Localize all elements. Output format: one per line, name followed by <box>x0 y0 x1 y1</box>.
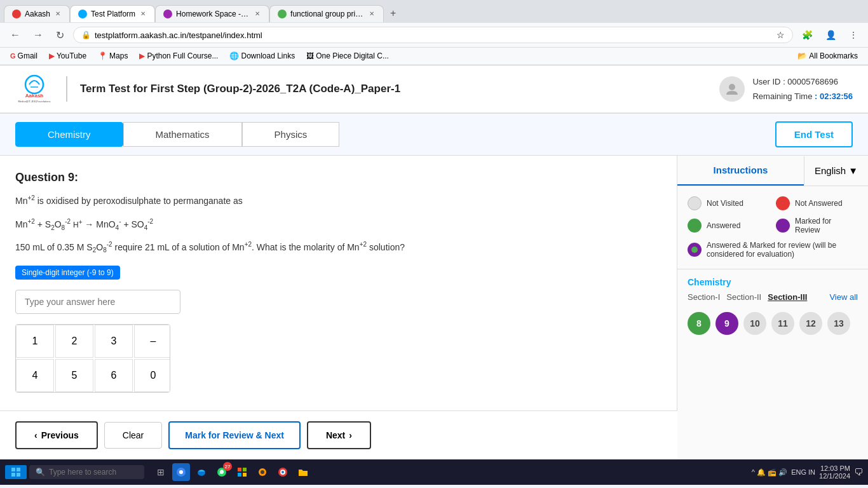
view-all-link[interactable]: View all <box>829 292 858 302</box>
numpad-4[interactable]: 4 <box>16 359 54 392</box>
tab-close-homework[interactable]: ✕ <box>254 10 261 17</box>
numpad-6[interactable]: 6 <box>95 359 133 392</box>
subject-tabs-bar: Chemistry Mathematics Physics End Test <box>0 114 868 156</box>
bookmark-star-icon[interactable]: ☆ <box>776 30 785 40</box>
numpad-2[interactable]: 2 <box>55 325 93 358</box>
taskbar-edge[interactable] <box>193 463 210 481</box>
svg-point-0 <box>25 76 43 93</box>
numpad-5[interactable]: 5 <box>55 359 93 392</box>
back-button[interactable]: ← <box>6 28 24 42</box>
numpad-3[interactable]: 3 <box>95 325 133 358</box>
bookmark-gmail-label: Gmail <box>18 51 37 60</box>
numpad-1[interactable]: 1 <box>16 325 54 358</box>
bookmark-all[interactable]: 📂 All Bookmarks <box>794 50 862 62</box>
profile-button[interactable]: 👤 <box>822 27 840 43</box>
bookmark-gmail[interactable]: G Gmail <box>6 50 41 62</box>
user-id-row: User ID : 00005768696 <box>752 74 853 89</box>
end-test-button[interactable]: End Test <box>775 121 853 147</box>
question-equation: Mn+2 + S2O8-2 H+ → MnO4- + SO4-2 <box>15 215 661 234</box>
clear-button[interactable]: Clear <box>104 422 162 449</box>
extensions-button[interactable]: 🧩 <box>798 27 817 43</box>
taskbar-clock: 12:03 PM 12/1/2024 <box>819 464 850 480</box>
forward-button[interactable]: → <box>29 28 47 42</box>
q-num-9[interactable]: 9 <box>715 312 738 335</box>
remaining-time-row: Remaining Time : 02:32:56 <box>752 89 853 104</box>
user-id-value: : 00005768696 <box>783 77 838 86</box>
download-icon: 🌐 <box>229 51 239 60</box>
legend-not-answered: Not Answered <box>776 196 858 210</box>
svg-rect-13 <box>243 468 247 471</box>
q-num-11[interactable]: 11 <box>771 312 794 335</box>
tab-close-aakash[interactable]: ✕ <box>54 10 62 17</box>
taskbar-date-value: 12/1/2024 <box>819 472 850 480</box>
taskbar-chrome[interactable] <box>172 463 190 481</box>
tab-homework[interactable]: Homework Space - StudyX ✕ <box>155 5 269 22</box>
q-num-10[interactable]: 10 <box>743 312 766 335</box>
section-iii-tab[interactable]: Section-III <box>768 292 807 302</box>
python-icon: ▶ <box>139 51 145 60</box>
tab-aakash[interactable]: Aakash ✕ <box>4 5 70 22</box>
question-content: Question 9: Mn+2 is oxidised by peroxodi… <box>0 156 677 410</box>
question-text: Mn+2 is oxidised by peroxodisulphate to … <box>15 193 661 208</box>
bookmark-youtube[interactable]: ▶ YouTube <box>45 50 90 62</box>
new-tab-button[interactable]: + <box>384 4 402 23</box>
taskbar-ms-store[interactable] <box>233 463 251 481</box>
bookmark-youtube-label: YouTube <box>57 51 86 60</box>
answered-marked-label: Answered & Marked for review (will be co… <box>707 241 858 259</box>
previous-button[interactable]: ‹ Previous <box>15 421 98 449</box>
address-input[interactable] <box>95 30 773 40</box>
bookmark-download-label: Download Links <box>241 51 295 60</box>
question-panel: Question 9: Mn+2 is oxidised by peroxodi… <box>0 156 677 459</box>
q-num-8[interactable]: 8 <box>688 312 710 335</box>
tab-favicon-homework <box>163 10 172 18</box>
answered-dot <box>688 219 702 233</box>
windows-icon <box>11 468 20 477</box>
numpad-0[interactable]: 0 <box>134 359 170 392</box>
taskbar-right-area: ^ 🔔 📻 🔊 ENG IN 12:03 PM 12/1/2024 🗨 <box>752 464 863 480</box>
svg-rect-6 <box>11 473 15 477</box>
bookmark-python[interactable]: ▶ Python Full Course... <box>135 50 222 62</box>
notification-icon[interactable]: 🗨 <box>854 467 863 477</box>
tab-favicon-functional <box>278 10 287 18</box>
taskbar-chrome2[interactable] <box>274 463 292 481</box>
legend-not-visited: Not Visited <box>688 196 770 210</box>
tab-functional[interactable]: functional group priority order ✕ <box>269 5 384 22</box>
bookmark-maps[interactable]: 📍 Maps <box>94 50 132 62</box>
q-num-13[interactable]: 13 <box>827 312 850 335</box>
tab-physics[interactable]: Physics <box>242 122 340 147</box>
tab-close-functional[interactable]: ✕ <box>368 10 376 17</box>
svg-rect-7 <box>17 473 20 477</box>
taskbar-firefox[interactable] <box>254 463 271 481</box>
next-label: Next <box>326 430 345 440</box>
bookmark-download[interactable]: 🌐 Download Links <box>226 50 299 62</box>
menu-button[interactable]: ⋮ <box>845 27 862 43</box>
svg-point-3 <box>729 84 735 90</box>
q-num-12[interactable]: 12 <box>799 312 822 335</box>
taskbar-file-explorer[interactable] <box>294 463 312 481</box>
section-i-tab[interactable]: Section-I <box>688 292 720 302</box>
marked-review-dot <box>776 219 790 233</box>
next-button[interactable]: Next › <box>307 421 371 449</box>
taskbar-search-box[interactable]: 🔍 <box>29 465 144 479</box>
bookmark-onepiece[interactable]: 🖼 One Piece Digital C... <box>302 50 393 62</box>
section-ii-tab[interactable]: Section-II <box>726 292 761 302</box>
numpad-minus[interactable]: – <box>134 325 170 358</box>
address-bar[interactable]: 🔒 ☆ <box>73 27 793 43</box>
taskbar-taskview[interactable]: ⊞ <box>152 463 170 481</box>
tab-test-platform[interactable]: Test Platform ✕ <box>70 5 155 22</box>
instructions-tab[interactable]: Instructions <box>677 156 804 186</box>
tab-close-test[interactable]: ✕ <box>139 10 147 17</box>
tab-mathematics[interactable]: Mathematics <box>123 122 242 147</box>
answer-input[interactable] <box>15 290 180 314</box>
bookmark-onepiece-label: One Piece Digital C... <box>316 51 389 60</box>
tab-chemistry[interactable]: Chemistry <box>15 122 123 147</box>
navigation-buttons: ‹ Previous Clear Mark for Review & Next … <box>0 410 677 459</box>
start-button[interactable] <box>5 465 27 479</box>
reload-button[interactable]: ↻ <box>52 28 68 43</box>
chevron-down-icon: ▼ <box>848 165 858 176</box>
language-selector[interactable]: English ▼ <box>804 156 868 185</box>
taskbar-whatsapp[interactable]: 27 <box>213 463 231 481</box>
remaining-time-label: Remaining Time <box>752 92 812 101</box>
taskbar-search-input[interactable] <box>49 468 138 477</box>
mark-for-review-button[interactable]: Mark for Review & Next <box>168 421 301 449</box>
